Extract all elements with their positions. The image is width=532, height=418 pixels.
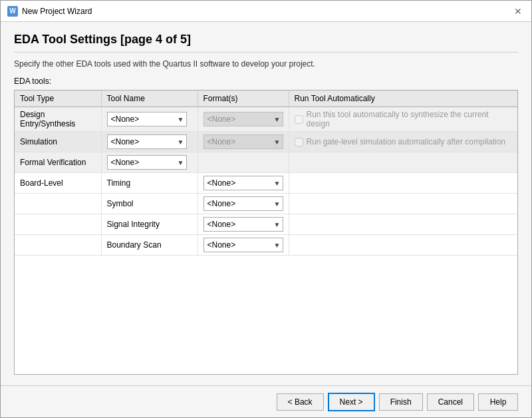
cell-tool-name: Signal Integrity [101,214,198,235]
tool-name-select[interactable]: <None> [107,134,187,149]
cell-tool-name[interactable]: <None>▼ [101,107,198,132]
eda-tools-table-container: Tool Type Tool Name Format(s) Run Tool A… [14,90,518,375]
page-description: Specify the other EDA tools used with th… [14,59,518,69]
format-select[interactable]: <None> [203,112,283,126]
cell-tool-name: Boundary Scan [101,235,198,256]
header-formats: Format(s) [198,91,289,107]
header-tool-name: Tool Name [101,91,198,107]
cell-auto [289,173,517,194]
auto-checkbox-label[interactable]: Run this tool automatically to synthesiz… [295,110,513,128]
eda-tools-table: Tool Type Tool Name Format(s) Run Tool A… [15,91,517,256]
auto-checkbox-text: Run this tool automatically to synthesiz… [307,110,513,128]
cell-tool-type [15,194,101,214]
cell-tool-name: Timing [101,173,198,194]
main-window: W New Project Wizard ✕ EDA Tool Settings… [0,0,532,418]
table-row: Symbol<None>▼ [15,194,517,214]
cell-formats[interactable]: <None>▼ [198,173,289,194]
cell-auto [289,235,517,256]
table-header-row: Tool Type Tool Name Format(s) Run Tool A… [15,91,517,107]
cell-tool-type: Board-Level [15,173,101,194]
finish-button[interactable]: Finish [379,393,423,411]
divider [14,52,518,53]
format-select[interactable]: <None> [203,134,283,149]
cell-tool-type [15,214,101,235]
header-auto: Run Tool Automatically [289,91,517,107]
cell-tool-type: Simulation [15,132,101,152]
app-icon: W [7,6,18,17]
table-row: Design Entry/Synthesis<None>▼<None>▼Run … [15,107,517,132]
auto-checkbox-label[interactable]: Run gate-level simulation automatically … [295,137,513,146]
format-select[interactable]: <None> [203,176,283,190]
table-body: Design Entry/Synthesis<None>▼<None>▼Run … [15,107,517,256]
tool-name-select[interactable]: <None> [107,155,187,170]
table-row: Signal Integrity<None>▼ [15,214,517,235]
format-select[interactable]: <None> [203,217,283,232]
footer: < Back Next > Finish Cancel Help [1,385,531,417]
cell-auto [289,214,517,235]
page-title: EDA Tool Settings [page 4 of 5] [14,33,518,47]
cell-auto[interactable]: Run this tool automatically to synthesiz… [289,107,517,132]
cell-auto[interactable]: Run gate-level simulation automatically … [289,132,517,152]
format-select[interactable]: <None> [203,238,283,252]
cell-auto [289,152,517,173]
auto-checkbox[interactable] [295,115,303,124]
cell-formats[interactable]: <None>▼ [198,194,289,214]
content-area: EDA Tool Settings [page 4 of 5] Specify … [1,22,531,385]
title-bar-left: W New Project Wizard [7,6,92,17]
cell-formats[interactable]: <None>▼ [198,107,289,132]
cell-tool-type: Formal Verification [15,152,101,173]
cell-tool-type: Design Entry/Synthesis [15,107,101,132]
cell-auto [289,194,517,214]
table-row: Simulation<None>▼<None>▼Run gate-level s… [15,132,517,152]
cancel-button[interactable]: Cancel [427,393,474,411]
cell-formats[interactable]: <None>▼ [198,214,289,235]
close-button[interactable]: ✕ [511,5,525,18]
table-row: Formal Verification<None>▼ [15,152,517,173]
cell-formats [198,152,289,173]
table-row: Board-LevelTiming<None>▼ [15,173,517,194]
auto-checkbox[interactable] [295,138,303,146]
help-button[interactable]: Help [478,393,518,411]
title-bar: W New Project Wizard ✕ [1,1,531,22]
cell-formats[interactable]: <None>▼ [198,235,289,256]
tool-name-select[interactable]: <None> [107,112,187,126]
auto-checkbox-text: Run gate-level simulation automatically … [307,137,505,146]
cell-tool-name: Symbol [101,194,198,214]
back-button[interactable]: < Back [277,393,324,411]
cell-tool-name[interactable]: <None>▼ [101,132,198,152]
window-title: New Project Wizard [22,7,92,16]
cell-tool-name[interactable]: <None>▼ [101,152,198,173]
next-button[interactable]: Next > [328,393,375,411]
cell-tool-type [15,235,101,256]
section-label: EDA tools: [14,77,518,86]
header-tool-type: Tool Type [15,91,101,107]
format-select[interactable]: <None> [203,196,283,211]
cell-formats[interactable]: <None>▼ [198,132,289,152]
table-row: Boundary Scan<None>▼ [15,235,517,256]
